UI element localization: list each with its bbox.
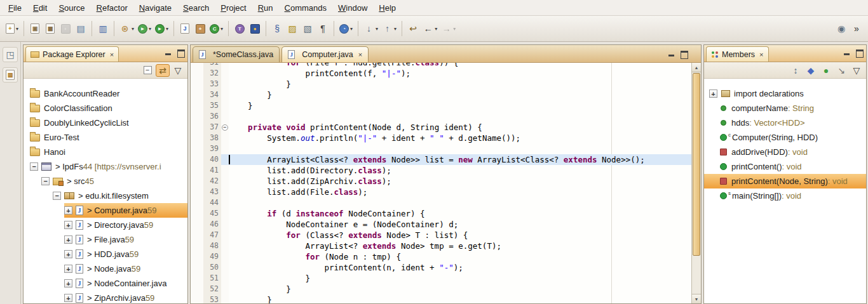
expander-icon[interactable]: +: [64, 294, 72, 302]
previous-annotation-button[interactable]: ↑▾: [380, 20, 398, 37]
code-line-52[interactable]: 52 }: [191, 284, 691, 294]
expander-icon[interactable]: +: [64, 235, 72, 244]
tree-item-colorclassification[interactable]: ColorClassification: [24, 101, 187, 116]
external-tools-button[interactable]: ⊛▾: [118, 20, 136, 37]
open-web-browser-button[interactable]: ◔▾: [337, 20, 355, 37]
code-line-51[interactable]: 51 }: [191, 273, 691, 284]
close-icon[interactable]: ×: [358, 51, 362, 58]
console-button[interactable]: ▥: [95, 20, 111, 37]
tree-item-euro-test[interactable]: Euro-Test: [24, 130, 187, 145]
new-java-project-button[interactable]: J: [177, 20, 193, 37]
code-line-42[interactable]: 42 list.add(ZipArchiv.class);: [191, 176, 691, 187]
code-line-36[interactable]: 36: [191, 111, 691, 122]
scroll-down-icon[interactable]: ▼: [692, 294, 701, 303]
restore-minimized-view-button[interactable]: ◳: [3, 47, 18, 62]
tree-item-src[interactable]: −> src 45: [24, 174, 187, 188]
search-button[interactable]: ●: [247, 20, 262, 37]
minimized-view-button[interactable]: ▤: [3, 67, 18, 83]
code-line-39[interactable]: 39: [191, 143, 691, 154]
menu-commands[interactable]: Commands: [279, 1, 332, 15]
member-item-computer-string-hdd[interactable]: cComputer(String, HDD): [704, 130, 866, 145]
expander-icon[interactable]: +: [64, 265, 72, 273]
tree-item-edu-kit-filesystem[interactable]: −> edu.kit.filesystem: [24, 188, 187, 203]
expander-icon[interactable]: −: [41, 177, 50, 185]
dropdown-arrow-icon[interactable]: ▾: [453, 26, 456, 32]
toolbar-overflow-button[interactable]: »: [849, 20, 864, 37]
dropdown-arrow-icon[interactable]: ▾: [220, 26, 223, 32]
code-line-37[interactable]: 37− private void printContent(Node d, St…: [191, 122, 691, 133]
tree-item-directory-java[interactable]: +> Directory.java 59: [24, 218, 187, 232]
show-whitespace-button[interactable]: ¶: [315, 20, 330, 37]
tree-item-file-java[interactable]: +> File.java 59: [24, 232, 187, 247]
scrollbar-thumb[interactable]: [693, 73, 700, 256]
last-edit-location-button[interactable]: ↩: [405, 20, 421, 37]
editor-tab-someclass-java[interactable]: *SomeClass.java: [193, 46, 280, 62]
menu-project[interactable]: Project: [215, 1, 252, 15]
member-item-hdds[interactable]: hdds : Vector<HDD>: [704, 116, 866, 130]
next-annotation-button[interactable]: ↓▾: [362, 20, 380, 37]
new-class-button[interactable]: C▾: [208, 20, 225, 37]
open-type-button[interactable]: T: [232, 20, 247, 37]
expander-icon[interactable]: −: [53, 192, 61, 200]
editor-tab-computer-java[interactable]: Computer.java×: [281, 46, 369, 62]
code-line-43[interactable]: 43 list.add(File.class);: [191, 187, 691, 197]
code-line-47[interactable]: 47 for (Class<? extends Node> T : list) …: [191, 230, 691, 241]
tree-item-nodecontainer-java[interactable]: +> NodeContainer.java: [24, 276, 187, 291]
menu-refactor[interactable]: Refactor: [91, 1, 133, 15]
minimize-icon[interactable]: [668, 50, 676, 58]
tab-package-explorer[interactable]: Package Explorer ×: [25, 46, 119, 62]
menu-navigate[interactable]: Navigate: [133, 1, 177, 15]
menu-edit[interactable]: Edit: [27, 1, 53, 15]
menu-window[interactable]: Window: [332, 1, 373, 15]
maximize-icon[interactable]: [856, 49, 864, 56]
run-button[interactable]: ►▾: [153, 20, 170, 37]
menu-source[interactable]: Source: [53, 1, 90, 15]
sort-members-button[interactable]: ↕: [789, 64, 803, 77]
member-item-adddrive-hdd[interactable]: addDrive(HDD) : void: [704, 145, 866, 159]
expander-icon[interactable]: +: [64, 279, 72, 287]
pin-editor-button[interactable]: ◉: [834, 20, 849, 37]
hide-nonpublic-button[interactable]: ↘: [834, 64, 848, 77]
tree-item-ipdfs[interactable]: −> IpdFs 44 [https://svnserver.i: [24, 159, 187, 174]
tree-item-computer-java[interactable]: +> Computer.java 59: [24, 203, 187, 218]
code-line-40[interactable]: 40 ArrayList<Class<? extends Node>> list…: [191, 154, 691, 165]
tree-item-hanoi[interactable]: Hanoi: [24, 145, 187, 159]
minimize-icon[interactable]: [165, 49, 173, 56]
close-icon[interactable]: ×: [759, 51, 763, 58]
code-line-50[interactable]: 50 printContent(n, ident + "-");: [191, 262, 691, 273]
code-line-41[interactable]: 41 list.add(Directory.class);: [191, 165, 691, 176]
minimize-icon[interactable]: [844, 49, 851, 56]
maximize-icon[interactable]: [681, 50, 688, 58]
tree-item-doublylinkedcycliclist[interactable]: DoublyLinkedCyclicList: [24, 116, 187, 130]
block-selection-button[interactable]: ▧: [300, 20, 315, 37]
member-item-computername[interactable]: computerName : String: [704, 101, 866, 116]
mark-occurrences-button[interactable]: ▨: [285, 20, 300, 37]
code-line-33[interactable]: 33 }: [191, 79, 691, 89]
collapse-all-button[interactable]: −: [140, 64, 154, 77]
code-line-46[interactable]: 46 NodeContainer e = (NodeContainer) d;: [191, 219, 691, 230]
code-line-32[interactable]: 32 printContent(f, "|-");: [191, 68, 691, 79]
dropdown-arrow-icon[interactable]: ▾: [435, 26, 437, 32]
dropdown-arrow-icon[interactable]: ▾: [394, 26, 397, 32]
code-line-45[interactable]: 45 if (d instanceof NodeContainer) {: [191, 208, 691, 219]
dropdown-arrow-icon[interactable]: ▾: [132, 26, 134, 32]
new-package-button[interactable]: +: [193, 20, 208, 37]
print-button[interactable]: ▤: [73, 20, 88, 37]
dropdown-arrow-icon[interactable]: ▾: [16, 26, 18, 32]
menu-file[interactable]: File: [3, 1, 27, 15]
code-line-53[interactable]: 53 }: [191, 294, 691, 303]
dropdown-arrow-icon[interactable]: ▾: [350, 26, 353, 32]
maximize-icon[interactable]: [177, 49, 185, 56]
tree-item-bankaccountreader[interactable]: BankAccountReader: [24, 86, 187, 101]
tab-members[interactable]: Members ×: [706, 46, 769, 62]
link-with-editor-button[interactable]: ⇄: [156, 64, 170, 77]
code-line-48[interactable]: 48 ArrayList<? extends Node> tmp = e.get…: [191, 241, 691, 251]
dropdown-arrow-icon[interactable]: ▾: [149, 26, 151, 32]
dropdown-arrow-icon[interactable]: ▾: [166, 26, 168, 32]
view-menu-button[interactable]: ▽: [850, 64, 864, 77]
close-icon[interactable]: ×: [110, 51, 114, 58]
expander-icon[interactable]: +: [64, 206, 72, 215]
menu-help[interactable]: Help: [373, 1, 402, 15]
scroll-up-icon[interactable]: ▲: [692, 63, 701, 72]
code-line-35[interactable]: 35 }: [191, 100, 691, 111]
